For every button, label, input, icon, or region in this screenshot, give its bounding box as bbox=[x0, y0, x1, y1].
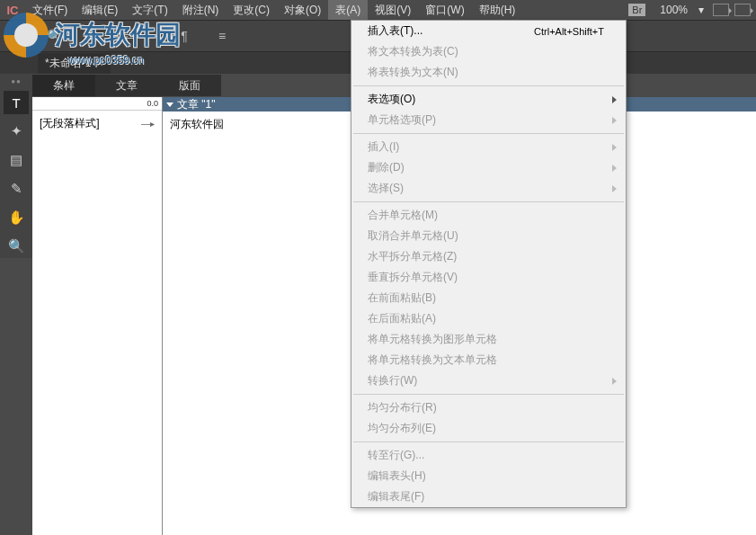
menu-item-label: 选择(S) bbox=[368, 181, 404, 196]
menu-item-label: 插入(I) bbox=[368, 139, 399, 155]
menu-item-label: 取消合并单元格(U) bbox=[368, 228, 458, 244]
styles-panel: 0.0 [无段落样式] —▸ bbox=[32, 97, 163, 535]
menu-item: 垂直拆分单元格(V) bbox=[351, 267, 626, 288]
menu-8[interactable]: 窗口(W) bbox=[418, 0, 471, 20]
document-tab[interactable]: *未命名-1 ✕ bbox=[38, 53, 111, 74]
menu-item-label: 表选项(O) bbox=[368, 92, 415, 107]
menu-item-label: 水平拆分单元格(Z) bbox=[368, 249, 457, 264]
note-tool-icon[interactable]: ✦ bbox=[4, 120, 29, 143]
menu-item-label: 均匀分布行(R) bbox=[368, 400, 437, 415]
menu-item-label: 编辑表尾(F) bbox=[368, 489, 424, 504]
menu-separator bbox=[353, 85, 624, 86]
menu-item-label: 将单元格转换为图形单元格 bbox=[368, 332, 497, 347]
menu-9[interactable]: 帮助(H) bbox=[472, 0, 523, 20]
menu-separator bbox=[353, 133, 624, 134]
menu-item-label: 编辑表头(H) bbox=[368, 468, 426, 484]
screen-mode-icon[interactable] bbox=[713, 4, 729, 16]
panel-tabs: 条样 文章 版面 bbox=[32, 74, 221, 97]
menu-item: 编辑表尾(F) bbox=[351, 486, 626, 507]
menu-item-label: 转换行(W) bbox=[368, 373, 417, 388]
menu-item: 将单元格转换为文本单元格 bbox=[351, 350, 626, 370]
menu-item: 将表转换为文本(N) bbox=[351, 62, 626, 83]
type-tool-icon[interactable]: T bbox=[4, 91, 29, 114]
arrange-icon[interactable] bbox=[734, 4, 751, 16]
menu-item: 单元格选项(P) bbox=[351, 110, 626, 130]
menu-item-label: 在前面粘贴(B) bbox=[368, 290, 436, 306]
style-name: [无段落样式] bbox=[40, 116, 100, 131]
menu-item-label: 删除(D) bbox=[368, 160, 405, 175]
submenu-arrow-icon bbox=[612, 144, 617, 151]
submenu-arrow-icon bbox=[612, 378, 617, 385]
menubar-right: Br 100% ▾ bbox=[628, 0, 756, 20]
menu-item: 选择(S) bbox=[351, 178, 626, 199]
menu-item-label: 插入表(T)... bbox=[368, 23, 422, 39]
paragraph-style-item[interactable]: [无段落样式] —▸ bbox=[32, 110, 162, 137]
collapse-icon[interactable] bbox=[166, 103, 173, 107]
submenu-arrow-icon bbox=[612, 117, 617, 124]
drag-handle-icon[interactable]: ●● bbox=[11, 77, 22, 85]
menubar: IC 文件(F)编辑(E)文字(T)附注(N)更改(C)对象(O)表(A)视图(… bbox=[0, 0, 756, 20]
menu-shortcut: Ctrl+Alt+Shift+T bbox=[534, 26, 604, 37]
menu-item: 在后面粘贴(A) bbox=[351, 308, 626, 329]
menu-item-label: 转至行(G)... bbox=[368, 448, 424, 463]
swap-icon[interactable]: ⇄ bbox=[119, 25, 140, 47]
separator bbox=[156, 27, 157, 45]
menu-5[interactable]: 对象(O) bbox=[277, 0, 328, 20]
menu-item-label: 单元格选项(P) bbox=[368, 112, 436, 128]
text-tool-icon[interactable]: ▤ bbox=[4, 148, 29, 172]
tab-article[interactable]: 文章 bbox=[95, 75, 158, 96]
menu-item: 转换行(W) bbox=[351, 370, 626, 391]
menu-item: 均匀分布行(R) bbox=[351, 397, 626, 418]
menu-item: 均匀分布列(E) bbox=[351, 418, 626, 439]
zoom-tool-icon[interactable]: 🔍 bbox=[4, 235, 29, 258]
menu-item: 编辑表头(H) bbox=[351, 466, 626, 486]
abc-icon[interactable]: abc bbox=[81, 25, 102, 47]
search-icon[interactable]: 🔍 bbox=[43, 25, 65, 47]
bridge-badge[interactable]: Br bbox=[628, 4, 645, 16]
close-icon[interactable]: ✕ bbox=[96, 58, 103, 68]
article-title: 文章 "1" bbox=[177, 97, 216, 112]
menu-1[interactable]: 编辑(E) bbox=[75, 0, 125, 20]
menu-item-label: 在后面粘贴(A) bbox=[368, 311, 436, 326]
menu-item[interactable]: 插入表(T)...Ctrl+Alt+Shift+T bbox=[351, 21, 626, 41]
menu-item: 在前面粘贴(B) bbox=[351, 288, 626, 308]
tools-panel: ●● T ✦ ▤ ✎ ✋ 🔍 bbox=[0, 74, 32, 258]
menu-separator bbox=[353, 201, 624, 202]
menu-item-label: 将单元格转换为文本单元格 bbox=[368, 352, 497, 368]
tab-style[interactable]: 条样 bbox=[32, 75, 95, 96]
menu-item: 水平拆分单元格(Z) bbox=[351, 246, 626, 267]
menu-separator bbox=[353, 441, 624, 442]
menu-item-label: 均匀分布列(E) bbox=[368, 421, 436, 436]
menu-6[interactable]: 表(A) bbox=[328, 0, 368, 20]
menu-item: 合并单元格(M) bbox=[351, 205, 626, 226]
pilcrow-icon[interactable]: ¶ bbox=[173, 25, 195, 47]
eyedropper-tool-icon[interactable]: ✎ bbox=[4, 177, 29, 201]
menu-separator bbox=[353, 394, 624, 395]
zoom-dropdown-icon[interactable]: ▾ bbox=[695, 4, 707, 16]
menu-2[interactable]: 文字(T) bbox=[125, 0, 174, 20]
menu-0[interactable]: 文件(F) bbox=[25, 0, 75, 20]
hand-tool-icon[interactable]: ✋ bbox=[4, 206, 29, 229]
menu-item: 将文本转换为表(C) bbox=[351, 41, 626, 62]
menu-item-label: 合并单元格(M) bbox=[368, 208, 438, 223]
menu-item-label: 垂直拆分单元格(V) bbox=[368, 270, 458, 285]
table-menu-dropdown: 插入表(T)...Ctrl+Alt+Shift+T将文本转换为表(C)将表转换为… bbox=[351, 20, 627, 508]
style-indicator-icon: —▸ bbox=[141, 119, 155, 129]
menu-item: 取消合并单元格(U) bbox=[351, 226, 626, 246]
document-tab-label: *未命名-1 bbox=[45, 56, 91, 71]
menu-item-label: 将文本转换为表(C) bbox=[368, 44, 458, 59]
menu-item-label: 将表转换为文本(N) bbox=[368, 65, 458, 80]
menu-7[interactable]: 视图(V) bbox=[368, 0, 418, 20]
ruler-value: 0.0 bbox=[147, 99, 158, 108]
menu-item: 插入(I) bbox=[351, 137, 626, 157]
submenu-arrow-icon bbox=[612, 185, 617, 192]
zoom-level[interactable]: 100% bbox=[653, 4, 695, 16]
columns-icon[interactable]: ≡ bbox=[211, 25, 233, 47]
app-icon: IC bbox=[0, 0, 25, 20]
submenu-arrow-icon bbox=[612, 96, 617, 103]
tab-layout[interactable]: 版面 bbox=[158, 75, 221, 96]
menu-4[interactable]: 更改(C) bbox=[226, 0, 277, 20]
menu-3[interactable]: 附注(N) bbox=[175, 0, 227, 20]
menu-item: 将单元格转换为图形单元格 bbox=[351, 329, 626, 350]
menu-item[interactable]: 表选项(O) bbox=[351, 89, 626, 110]
